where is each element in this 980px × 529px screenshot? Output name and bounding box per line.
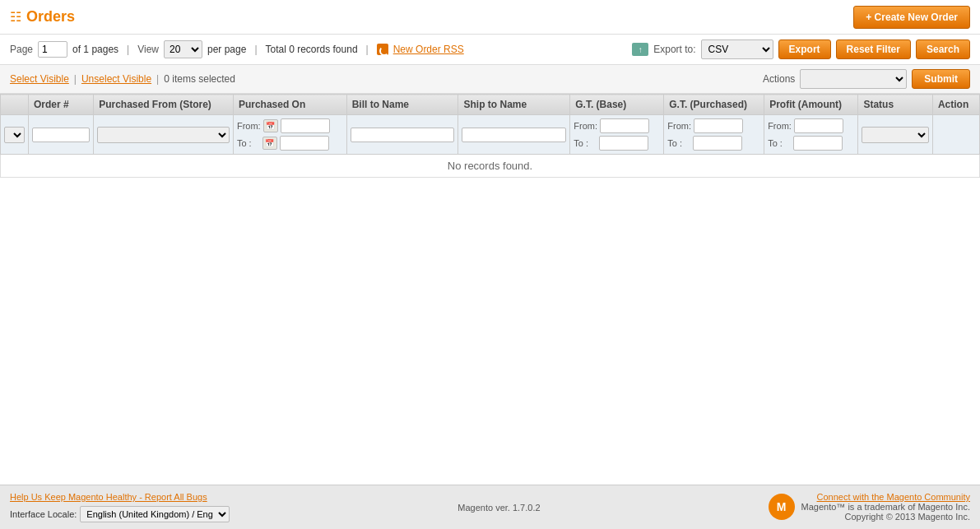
- calendar-from-purchased[interactable]: 📅: [263, 119, 278, 132]
- filter-ship-cell: [458, 115, 570, 155]
- locale-row: Interface Locale: English (United Kingdo…: [10, 506, 230, 522]
- footer-right-text: Connect with the Magento Community Magen…: [801, 492, 970, 522]
- magento-logo: M: [769, 494, 795, 520]
- filter-profit-cell: From: To :: [764, 115, 858, 155]
- filter-checkbox-cell: Any: [1, 115, 29, 155]
- from-label-gt-purchased: From:: [667, 121, 691, 131]
- th-ship-name: Ship to Name: [458, 95, 570, 115]
- filter-bill-cell: [346, 115, 458, 155]
- filter-gt-base-from-input[interactable]: [600, 118, 649, 133]
- filter-bill-input[interactable]: [351, 128, 455, 142]
- page-header: ☷ Orders + Create New Order: [0, 0, 980, 35]
- create-new-order-button[interactable]: + Create New Order: [853, 6, 970, 29]
- submit-button[interactable]: Submit: [912, 69, 970, 89]
- export-icon: ↑: [632, 43, 648, 56]
- footer-right: M Connect with the Magento Community Mag…: [769, 492, 970, 522]
- to-label-profit: To :: [768, 138, 791, 148]
- items-selected-text: 0 items selected: [164, 73, 235, 85]
- filter-gt-base-cell: From: To :: [570, 115, 664, 155]
- rss-link[interactable]: New Order RSS: [393, 44, 464, 55]
- th-gt-base: G.T. (Base): [570, 95, 664, 115]
- sel-sep2: |: [156, 73, 159, 85]
- filter-order-cell: [28, 115, 93, 155]
- filter-status-cell: [858, 115, 933, 155]
- filter-purchased-to-input[interactable]: [280, 136, 329, 151]
- sep2: |: [254, 44, 257, 55]
- page-input[interactable]: [38, 41, 67, 58]
- filter-status-select[interactable]: [862, 127, 929, 143]
- th-status: Status: [858, 95, 933, 115]
- actions-label: Actions: [763, 73, 795, 85]
- filter-purchased-on-cell: From: 📅 To : 📅: [233, 115, 346, 155]
- page-footer: Help Us Keep Magento Healthy - Report Al…: [0, 485, 980, 529]
- export-button[interactable]: Export: [778, 39, 831, 59]
- selection-row: Select Visible | Unselect Visible | 0 it…: [0, 65, 980, 94]
- filter-row: Any From:: [1, 115, 980, 155]
- no-records-row: No records found.: [1, 155, 980, 178]
- total-records-text: Total 0 records found: [266, 44, 358, 55]
- per-page-select[interactable]: 20 50 100 200: [164, 40, 202, 58]
- filter-gt-base-to-input[interactable]: [599, 136, 648, 151]
- version-text: Magento ver. 1.7.0.2: [457, 503, 540, 513]
- th-order-num: Order #: [28, 95, 93, 115]
- th-store: Purchased From (Store): [94, 95, 234, 115]
- trademark-text: Magento™ is a trademark of Magento Inc.: [801, 502, 970, 512]
- th-checkbox: [1, 95, 29, 115]
- column-headers-row: Order # Purchased From (Store) Purchased…: [1, 95, 980, 115]
- orders-table: Order # Purchased From (Store) Purchased…: [0, 94, 980, 178]
- calendar-to-purchased[interactable]: 📅: [262, 137, 277, 150]
- filter-profit-to-input[interactable]: [793, 136, 843, 151]
- locale-label: Interface Locale:: [10, 509, 77, 519]
- of-pages-text: of 1 pages: [72, 44, 118, 55]
- reset-filter-button[interactable]: Reset Filter: [836, 39, 911, 59]
- title-area: ☷ Orders: [10, 8, 75, 26]
- page-label: Page: [10, 44, 33, 55]
- filter-purchased-from-input[interactable]: [281, 118, 330, 133]
- from-label-profit: From:: [768, 121, 792, 131]
- export-format-select[interactable]: CSV Excel XML: [701, 39, 773, 59]
- unselect-visible-link[interactable]: Unselect Visible: [81, 73, 151, 85]
- per-page-suffix: per page: [207, 44, 246, 55]
- from-label-gt-base: From:: [574, 121, 597, 131]
- search-button[interactable]: Search: [916, 39, 970, 59]
- to-label-gt-purchased: To :: [667, 138, 690, 148]
- footer-left: Help Us Keep Magento Healthy - Report Al…: [10, 492, 230, 522]
- view-label: View: [137, 44, 159, 55]
- any-select[interactable]: Any: [4, 127, 25, 143]
- select-visible-link[interactable]: Select Visible: [10, 73, 69, 85]
- orders-icon: ☷: [10, 9, 21, 25]
- filter-store-select[interactable]: [97, 127, 230, 143]
- toolbar-right: ↑ Export to: CSV Excel XML Export Reset …: [632, 39, 970, 59]
- page-title: Orders: [26, 8, 75, 26]
- community-link[interactable]: Connect with the Magento Community: [817, 492, 970, 502]
- to-label-gt-base: To :: [574, 138, 597, 148]
- filter-order-input[interactable]: [32, 128, 90, 142]
- th-purchased-on: Purchased On: [233, 95, 346, 115]
- filter-ship-input[interactable]: [462, 128, 566, 142]
- filter-store-cell: [94, 115, 234, 155]
- copyright-text: Copyright © 2013 Magento Inc.: [801, 512, 970, 522]
- actions-area: Actions Submit: [763, 69, 970, 89]
- th-action: Action: [932, 95, 979, 115]
- actions-select[interactable]: [800, 69, 907, 89]
- sep1: |: [127, 44, 129, 55]
- from-label-purchased: From:: [237, 121, 261, 131]
- th-gt-purchased: G.T. (Purchased): [664, 95, 764, 115]
- rss-icon: [377, 44, 388, 55]
- footer-center: Magento ver. 1.7.0.2: [457, 503, 540, 513]
- export-label: Export to:: [653, 44, 695, 55]
- no-records-text: No records found.: [1, 155, 980, 178]
- filter-gt-purchased-to-input[interactable]: [693, 136, 742, 151]
- main-content: Order # Purchased From (Store) Purchased…: [0, 94, 980, 485]
- filter-gt-purchased-from-input[interactable]: [694, 118, 743, 133]
- to-label-purchased: To :: [237, 138, 260, 148]
- filter-gt-purchased-cell: From: To :: [664, 115, 764, 155]
- locale-select[interactable]: English (United Kingdom) / Eng: [80, 506, 230, 522]
- sel-sep1: |: [74, 73, 77, 85]
- bug-report-link[interactable]: Help Us Keep Magento Healthy - Report Al…: [10, 492, 230, 502]
- sep3: |: [366, 44, 369, 55]
- filter-profit-from-input[interactable]: [794, 118, 843, 133]
- th-profit: Profit (Amount): [764, 95, 858, 115]
- th-bill-name: Bill to Name: [346, 95, 458, 115]
- filter-action-cell: [932, 115, 979, 155]
